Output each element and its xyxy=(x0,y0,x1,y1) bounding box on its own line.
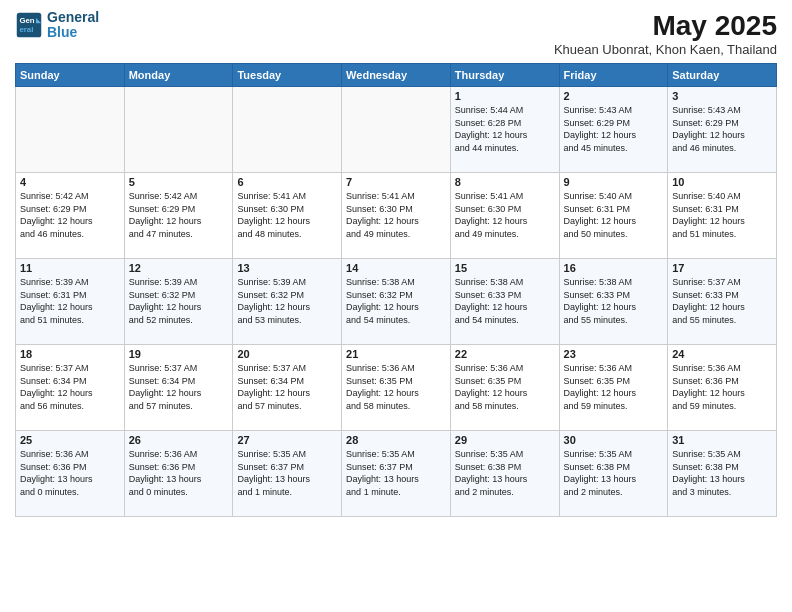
day-number: 26 xyxy=(129,434,229,446)
day-number: 1 xyxy=(455,90,555,102)
logo-icon: Gen eral xyxy=(15,11,43,39)
header-cell-wednesday: Wednesday xyxy=(342,64,451,87)
cell-info: Sunrise: 5:35 AM Sunset: 6:38 PM Dayligh… xyxy=(564,448,664,498)
day-cell: 12Sunrise: 5:39 AM Sunset: 6:32 PM Dayli… xyxy=(124,259,233,345)
calendar-header: SundayMondayTuesdayWednesdayThursdayFrid… xyxy=(16,64,777,87)
day-cell: 30Sunrise: 5:35 AM Sunset: 6:38 PM Dayli… xyxy=(559,431,668,517)
day-number: 4 xyxy=(20,176,120,188)
day-cell: 27Sunrise: 5:35 AM Sunset: 6:37 PM Dayli… xyxy=(233,431,342,517)
day-number: 24 xyxy=(672,348,772,360)
cell-info: Sunrise: 5:36 AM Sunset: 6:36 PM Dayligh… xyxy=(20,448,120,498)
cell-info: Sunrise: 5:39 AM Sunset: 6:31 PM Dayligh… xyxy=(20,276,120,326)
day-cell: 9Sunrise: 5:40 AM Sunset: 6:31 PM Daylig… xyxy=(559,173,668,259)
day-number: 23 xyxy=(564,348,664,360)
cell-info: Sunrise: 5:39 AM Sunset: 6:32 PM Dayligh… xyxy=(237,276,337,326)
day-cell: 6Sunrise: 5:41 AM Sunset: 6:30 PM Daylig… xyxy=(233,173,342,259)
day-cell: 25Sunrise: 5:36 AM Sunset: 6:36 PM Dayli… xyxy=(16,431,125,517)
cell-info: Sunrise: 5:36 AM Sunset: 6:35 PM Dayligh… xyxy=(346,362,446,412)
header-cell-friday: Friday xyxy=(559,64,668,87)
cell-info: Sunrise: 5:37 AM Sunset: 6:34 PM Dayligh… xyxy=(129,362,229,412)
svg-text:Gen: Gen xyxy=(19,17,34,26)
cell-info: Sunrise: 5:40 AM Sunset: 6:31 PM Dayligh… xyxy=(672,190,772,240)
cell-info: Sunrise: 5:38 AM Sunset: 6:33 PM Dayligh… xyxy=(455,276,555,326)
day-number: 30 xyxy=(564,434,664,446)
cell-info: Sunrise: 5:35 AM Sunset: 6:38 PM Dayligh… xyxy=(672,448,772,498)
cell-info: Sunrise: 5:42 AM Sunset: 6:29 PM Dayligh… xyxy=(129,190,229,240)
day-number: 31 xyxy=(672,434,772,446)
day-number: 11 xyxy=(20,262,120,274)
header-row: SundayMondayTuesdayWednesdayThursdayFrid… xyxy=(16,64,777,87)
day-number: 28 xyxy=(346,434,446,446)
day-cell: 24Sunrise: 5:36 AM Sunset: 6:36 PM Dayli… xyxy=(668,345,777,431)
cell-info: Sunrise: 5:35 AM Sunset: 6:37 PM Dayligh… xyxy=(237,448,337,498)
title-block: May 2025 Khuean Ubonrat, Khon Kaen, Thai… xyxy=(554,10,777,57)
cell-info: Sunrise: 5:36 AM Sunset: 6:35 PM Dayligh… xyxy=(455,362,555,412)
header-cell-thursday: Thursday xyxy=(450,64,559,87)
day-cell: 29Sunrise: 5:35 AM Sunset: 6:38 PM Dayli… xyxy=(450,431,559,517)
cell-info: Sunrise: 5:43 AM Sunset: 6:29 PM Dayligh… xyxy=(564,104,664,154)
week-row-4: 18Sunrise: 5:37 AM Sunset: 6:34 PM Dayli… xyxy=(16,345,777,431)
cell-info: Sunrise: 5:37 AM Sunset: 6:33 PM Dayligh… xyxy=(672,276,772,326)
cell-info: Sunrise: 5:42 AM Sunset: 6:29 PM Dayligh… xyxy=(20,190,120,240)
header-cell-saturday: Saturday xyxy=(668,64,777,87)
day-cell: 2Sunrise: 5:43 AM Sunset: 6:29 PM Daylig… xyxy=(559,87,668,173)
day-number: 10 xyxy=(672,176,772,188)
week-row-5: 25Sunrise: 5:36 AM Sunset: 6:36 PM Dayli… xyxy=(16,431,777,517)
cell-info: Sunrise: 5:37 AM Sunset: 6:34 PM Dayligh… xyxy=(237,362,337,412)
cell-info: Sunrise: 5:41 AM Sunset: 6:30 PM Dayligh… xyxy=(237,190,337,240)
cell-info: Sunrise: 5:38 AM Sunset: 6:33 PM Dayligh… xyxy=(564,276,664,326)
day-cell: 20Sunrise: 5:37 AM Sunset: 6:34 PM Dayli… xyxy=(233,345,342,431)
main-title: May 2025 xyxy=(554,10,777,42)
cell-info: Sunrise: 5:35 AM Sunset: 6:37 PM Dayligh… xyxy=(346,448,446,498)
cell-info: Sunrise: 5:36 AM Sunset: 6:36 PM Dayligh… xyxy=(129,448,229,498)
logo-line1: General xyxy=(47,10,99,25)
day-number: 21 xyxy=(346,348,446,360)
day-cell xyxy=(342,87,451,173)
svg-text:eral: eral xyxy=(19,25,33,34)
day-number: 13 xyxy=(237,262,337,274)
day-cell: 14Sunrise: 5:38 AM Sunset: 6:32 PM Dayli… xyxy=(342,259,451,345)
day-number: 7 xyxy=(346,176,446,188)
day-cell: 3Sunrise: 5:43 AM Sunset: 6:29 PM Daylig… xyxy=(668,87,777,173)
day-number: 29 xyxy=(455,434,555,446)
logo: Gen eral General Blue xyxy=(15,10,99,41)
day-number: 18 xyxy=(20,348,120,360)
cell-info: Sunrise: 5:44 AM Sunset: 6:28 PM Dayligh… xyxy=(455,104,555,154)
page: Gen eral General Blue May 2025 Khuean Ub… xyxy=(0,0,792,612)
subtitle: Khuean Ubonrat, Khon Kaen, Thailand xyxy=(554,42,777,57)
day-cell xyxy=(16,87,125,173)
day-cell: 10Sunrise: 5:40 AM Sunset: 6:31 PM Dayli… xyxy=(668,173,777,259)
calendar-table: SundayMondayTuesdayWednesdayThursdayFrid… xyxy=(15,63,777,517)
day-cell: 23Sunrise: 5:36 AM Sunset: 6:35 PM Dayli… xyxy=(559,345,668,431)
day-cell: 31Sunrise: 5:35 AM Sunset: 6:38 PM Dayli… xyxy=(668,431,777,517)
day-cell: 28Sunrise: 5:35 AM Sunset: 6:37 PM Dayli… xyxy=(342,431,451,517)
day-cell: 1Sunrise: 5:44 AM Sunset: 6:28 PM Daylig… xyxy=(450,87,559,173)
day-number: 19 xyxy=(129,348,229,360)
day-cell: 19Sunrise: 5:37 AM Sunset: 6:34 PM Dayli… xyxy=(124,345,233,431)
cell-info: Sunrise: 5:41 AM Sunset: 6:30 PM Dayligh… xyxy=(346,190,446,240)
day-number: 9 xyxy=(564,176,664,188)
day-cell: 8Sunrise: 5:41 AM Sunset: 6:30 PM Daylig… xyxy=(450,173,559,259)
cell-info: Sunrise: 5:38 AM Sunset: 6:32 PM Dayligh… xyxy=(346,276,446,326)
cell-info: Sunrise: 5:35 AM Sunset: 6:38 PM Dayligh… xyxy=(455,448,555,498)
cell-info: Sunrise: 5:39 AM Sunset: 6:32 PM Dayligh… xyxy=(129,276,229,326)
day-number: 6 xyxy=(237,176,337,188)
calendar-body: 1Sunrise: 5:44 AM Sunset: 6:28 PM Daylig… xyxy=(16,87,777,517)
day-number: 15 xyxy=(455,262,555,274)
day-number: 17 xyxy=(672,262,772,274)
cell-info: Sunrise: 5:43 AM Sunset: 6:29 PM Dayligh… xyxy=(672,104,772,154)
day-number: 22 xyxy=(455,348,555,360)
week-row-3: 11Sunrise: 5:39 AM Sunset: 6:31 PM Dayli… xyxy=(16,259,777,345)
day-number: 5 xyxy=(129,176,229,188)
day-cell: 15Sunrise: 5:38 AM Sunset: 6:33 PM Dayli… xyxy=(450,259,559,345)
day-cell: 26Sunrise: 5:36 AM Sunset: 6:36 PM Dayli… xyxy=(124,431,233,517)
cell-info: Sunrise: 5:40 AM Sunset: 6:31 PM Dayligh… xyxy=(564,190,664,240)
logo-line2: Blue xyxy=(47,25,99,40)
day-number: 16 xyxy=(564,262,664,274)
day-number: 2 xyxy=(564,90,664,102)
day-cell: 4Sunrise: 5:42 AM Sunset: 6:29 PM Daylig… xyxy=(16,173,125,259)
header-cell-sunday: Sunday xyxy=(16,64,125,87)
day-number: 20 xyxy=(237,348,337,360)
cell-info: Sunrise: 5:37 AM Sunset: 6:34 PM Dayligh… xyxy=(20,362,120,412)
header: Gen eral General Blue May 2025 Khuean Ub… xyxy=(15,10,777,57)
